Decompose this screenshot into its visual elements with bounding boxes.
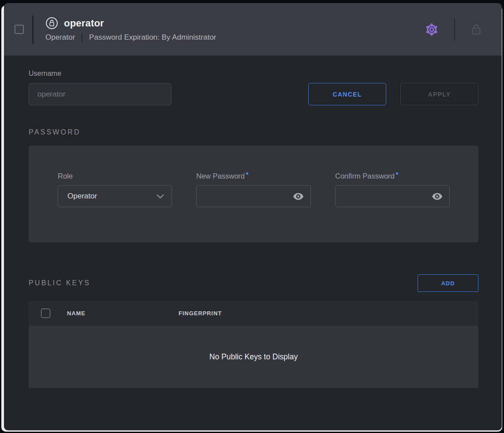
gear-icon [423, 21, 441, 38]
eye-icon [432, 192, 443, 201]
table-header-row: NAME FINGERPRINT [29, 301, 478, 326]
role-label: Role [58, 172, 172, 180]
role-select-value: Operator [67, 192, 97, 201]
lock-in-circle-icon [45, 17, 58, 30]
role-field: Role Operator [58, 172, 172, 243]
toggle-confirm-password-visibility[interactable] [431, 192, 444, 201]
toggle-new-password-visibility[interactable] [292, 192, 305, 201]
panel-body: Username CANCEL APPLY PASSWORD Role Oper… [4, 70, 502, 388]
column-header-fingerprint: FINGERPRINT [179, 310, 222, 317]
apply-button[interactable]: APPLY [400, 83, 478, 105]
settings-button[interactable] [423, 21, 441, 38]
username-label: Username [29, 70, 478, 78]
required-indicator [396, 172, 398, 175]
select-user-checkbox[interactable] [15, 25, 24, 34]
username-input[interactable] [29, 83, 172, 105]
add-public-key-button[interactable]: ADD [418, 274, 478, 292]
header-actions [423, 19, 502, 41]
user-subtitle: Operator Password Expiration: By Adminis… [45, 33, 216, 42]
required-indicator [246, 172, 248, 175]
new-password-field: New Password [196, 172, 311, 243]
column-header-name: NAME [67, 310, 179, 317]
user-role-text: Operator [45, 33, 75, 42]
new-password-label: New Password [196, 172, 311, 180]
confirm-password-field: Confirm Password [335, 172, 450, 243]
user-detail-panel: operator Operator Password Expiration: B… [4, 3, 502, 430]
eye-icon [293, 192, 304, 201]
chevron-down-icon [157, 194, 164, 199]
cancel-button[interactable]: CANCEL [308, 83, 386, 105]
new-password-input[interactable] [203, 186, 292, 207]
lock-user-button[interactable] [469, 22, 484, 37]
empty-state-message: No Public Keys to Display [209, 352, 298, 362]
password-expiration-text: Password Expiration: By Administrator [89, 33, 216, 42]
page-title: operator [64, 18, 104, 29]
lock-icon [469, 22, 484, 37]
subtitle-separator [82, 33, 82, 42]
public-keys-section-title: PUBLIC KEYS [29, 279, 90, 287]
panel-header: operator Operator Password Expiration: B… [4, 3, 502, 56]
password-section-title: PASSWORD [29, 128, 478, 136]
actions-divider [454, 19, 455, 41]
user-title-block: operator Operator Password Expiration: B… [45, 17, 216, 42]
role-select[interactable]: Operator [58, 185, 172, 207]
password-card: Role Operator New Password [29, 146, 478, 243]
table-empty-state: No Public Keys to Display [29, 326, 478, 388]
public-keys-table: NAME FINGERPRINT No Public Keys to Displ… [29, 301, 478, 388]
confirm-password-input[interactable] [342, 186, 431, 207]
select-all-keys-checkbox[interactable] [41, 309, 50, 318]
confirm-password-label: Confirm Password [335, 172, 450, 180]
header-divider [32, 15, 34, 44]
